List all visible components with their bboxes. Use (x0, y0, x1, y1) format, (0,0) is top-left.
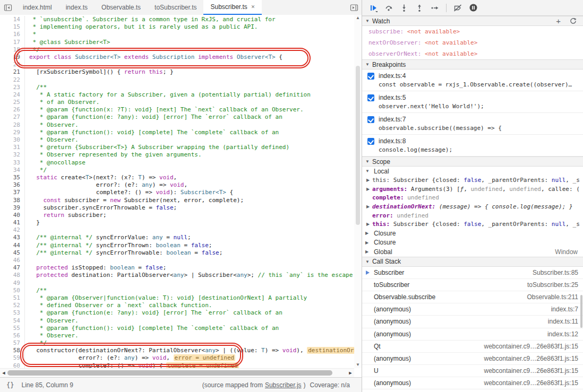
sidebar-scrollbar-thumb[interactable] (580, 295, 582, 328)
gutter-line-number[interactable]: 37 (0, 189, 25, 196)
gutter-line-number[interactable]: 19 (0, 54, 25, 61)
disclosure-triangle-icon[interactable]: ▶ (366, 187, 372, 191)
vertical-scrollbar-thumb[interactable] (356, 66, 360, 225)
gutter-line-number[interactable]: 43 (0, 234, 25, 241)
call-stack-frame[interactable]: Observable.subscribeObservable.ts:211 (362, 291, 583, 303)
tab-index.html[interactable]: index.html (16, 0, 59, 15)
gutter-line-number[interactable]: 55 (0, 325, 25, 332)
call-stack-frame[interactable]: (anonymous)index.ts:12 (362, 328, 583, 341)
gutter-line-number[interactable]: 14 (0, 16, 25, 23)
gutter-line-number[interactable]: 25 (0, 99, 25, 106)
gutter-line-number[interactable]: 49 (0, 280, 25, 287)
gutter-line-number[interactable]: 57 (0, 339, 25, 347)
gutter-line-number[interactable]: 29 (0, 129, 25, 136)
tab-close-icon[interactable]: ✕ (251, 4, 255, 10)
breakpoint-checkbox[interactable] (367, 138, 374, 145)
breakpoint-entry[interactable]: index.ts:4const observable = rxjs_1.Obse… (362, 69, 583, 91)
disclosure-triangle-icon[interactable]: ▶ (365, 249, 371, 254)
gutter-line-number[interactable]: 52 (0, 302, 25, 309)
disclosure-triangle-icon[interactable]: ▼ (365, 169, 371, 173)
call-stack-frame[interactable]: (anonymous)webcontainer.c9…26e863f1.js:1… (362, 377, 583, 389)
disclosure-triangle-icon[interactable]: ▶ (365, 240, 371, 245)
call-stack-frame[interactable]: (anonymous)index.ts:11 (362, 316, 583, 328)
call-stack-frame[interactable]: (anonymous)webcontainer.c9…26e863f1.js:1… (362, 353, 583, 365)
breakpoint-checkbox[interactable] (367, 94, 374, 101)
gutter-line-number[interactable]: 35 (0, 174, 25, 181)
scope-group-closure[interactable]: ▶Closure (362, 229, 583, 238)
gutter-line-number[interactable]: 30 (0, 136, 25, 144)
scope-property-row[interactable]: ▶this: Subscriber {closed: false, _paren… (362, 176, 583, 185)
navigator-panel-toggle-button[interactable] (0, 0, 16, 15)
debugger-sidebar-toggle-button[interactable] (350, 0, 362, 15)
watch-expression-row[interactable]: observerOrNext: <not available> (362, 48, 583, 59)
step-into-button[interactable] (398, 2, 410, 14)
scroll-left-icon[interactable]: ◄ (0, 369, 7, 377)
gutter-line-number[interactable]: 58 (0, 347, 25, 354)
gutter-line-number[interactable]: 31 (0, 144, 25, 151)
breakpoint-checkbox[interactable] (367, 73, 374, 80)
disclosure-triangle-icon[interactable]: ▶ (365, 231, 371, 236)
gutter-line-number[interactable]: 34 (0, 167, 25, 174)
gutter-line-number[interactable]: 28 (0, 121, 25, 129)
gutter-line-number[interactable]: 40 (0, 212, 25, 219)
disclosure-triangle-icon[interactable]: ▶ (366, 178, 372, 182)
gutter-line-number[interactable]: 60 (0, 362, 25, 368)
gutter-line-number[interactable]: 54 (0, 317, 25, 325)
gutter-line-number[interactable]: 56 (0, 332, 25, 339)
gutter-line-number[interactable]: 18 (0, 46, 25, 54)
gutter-line-number[interactable]: 24 (0, 91, 25, 99)
code-editor[interactable]: 14 * `unsubscribe`. Subscriber is a comm… (0, 15, 354, 368)
gutter-line-number[interactable]: 22 (0, 76, 25, 84)
gutter-line-number[interactable]: 15 (0, 23, 25, 31)
scroll-down-icon[interactable]: ▼ (354, 362, 362, 368)
gutter-line-number[interactable]: 59 (0, 354, 25, 362)
gutter-line-number[interactable]: 20 (0, 61, 25, 68)
breakpoint-entry[interactable]: index.ts:5observer.next('Hello World!'); (362, 91, 583, 113)
call-stack-section-header[interactable]: ▼ Call Stack (362, 257, 583, 267)
scope-section-header[interactable]: ▼ Scope (362, 156, 583, 167)
step-out-button[interactable] (414, 2, 425, 14)
gutter-line-number[interactable]: 50 (0, 287, 25, 294)
gutter-line-number[interactable]: 39 (0, 204, 25, 212)
gutter-line-number[interactable]: 44 (0, 242, 25, 249)
resume-button[interactable] (367, 2, 379, 14)
scroll-right-icon[interactable]: ► (347, 369, 354, 377)
pause-on-exceptions-button[interactable] (467, 2, 479, 14)
scope-property-row[interactable]: ▶this: Subscriber {closed: false, _paren… (362, 220, 583, 229)
pretty-print-button[interactable]: {} (6, 381, 14, 389)
gutter-line-number[interactable]: 17 (0, 39, 25, 46)
call-stack-frame[interactable]: Uwebcontainer.c9…26e863f1.js:15 (362, 365, 583, 377)
call-stack-frame[interactable]: Qtwebcontainer.c9…26e863f1.js:15 (362, 341, 583, 353)
gutter-line-number[interactable]: 21 (0, 68, 25, 76)
call-stack-frame[interactable]: (anonymous)index.ts:7 (362, 303, 583, 316)
gutter-line-number[interactable]: 41 (0, 219, 25, 227)
gutter-line-number[interactable]: 32 (0, 151, 25, 159)
gutter-line-number[interactable]: 27 (0, 114, 25, 121)
watch-section-header[interactable]: ▼ Watch + (362, 16, 583, 26)
breakpoint-entry[interactable]: index.ts:8console.log(message); (362, 135, 583, 156)
gutter-line-number[interactable]: 48 (0, 272, 25, 279)
deactivate-breakpoints-button[interactable] (452, 2, 464, 14)
breakpoint-checkbox[interactable] (367, 116, 374, 123)
breakpoint-entry[interactable]: index.ts:7observable.subscribe((message)… (362, 113, 583, 135)
disclosure-triangle-icon[interactable]: ▶ (366, 204, 372, 209)
scope-group-local[interactable]: ▼Local (362, 167, 583, 176)
gutter-line-number[interactable]: 33 (0, 159, 25, 167)
tab-Subscriber.ts[interactable]: Subscriber.ts✕ (203, 0, 262, 15)
horizontal-scrollbar-thumb[interactable] (7, 370, 332, 376)
gutter-line-number[interactable]: 51 (0, 294, 25, 302)
gutter-line-number[interactable]: 42 (0, 227, 25, 234)
scope-group-global[interactable]: ▶GlobalWindow (362, 247, 583, 257)
vertical-scrollbar[interactable]: ▲ ▼ (354, 15, 362, 368)
horizontal-scrollbar[interactable]: ◄ ► (0, 368, 354, 377)
source-map-link[interactable]: Subscriber.js (265, 381, 302, 389)
add-watch-icon[interactable]: + (556, 17, 561, 25)
watch-expression-row[interactable]: subscribe: <not available> (362, 26, 583, 37)
gutter-line-number[interactable]: 23 (0, 84, 25, 91)
gutter-line-number[interactable]: 16 (0, 31, 25, 38)
tab-Observable.ts[interactable]: Observable.ts (95, 0, 148, 15)
call-stack-frame[interactable]: toSubscribertoSubscriber.ts:25 (362, 279, 583, 291)
tab-toSubscriber.ts[interactable]: toSubscriber.ts (148, 0, 203, 15)
call-stack-frame[interactable]: SubscriberSubscriber.ts:85 (362, 267, 583, 279)
step-over-button[interactable] (383, 2, 395, 14)
